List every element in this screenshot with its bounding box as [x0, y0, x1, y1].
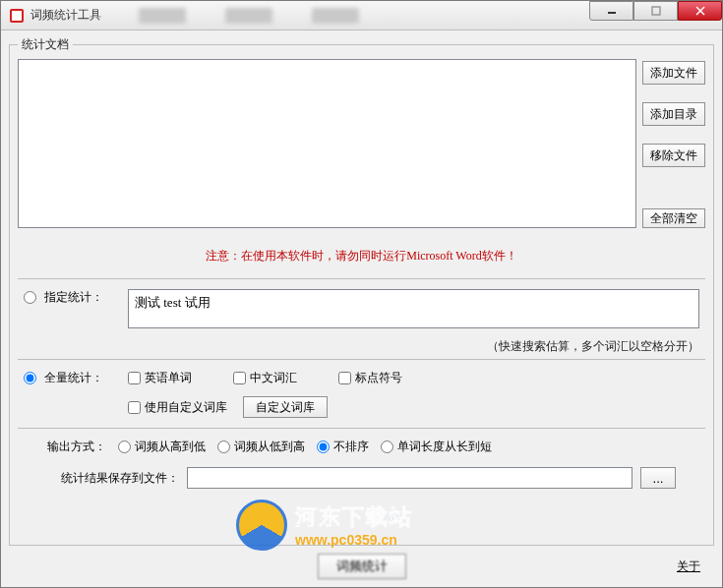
chinese-check-label[interactable]: 中文词汇	[233, 370, 297, 386]
save-path-input[interactable]	[187, 467, 633, 489]
close-button[interactable]	[678, 1, 722, 21]
sort-high-low-label[interactable]: 词频从高到低	[118, 439, 206, 455]
punct-check-label[interactable]: 标点符号	[338, 370, 402, 386]
full-check-row: 英语单词 中文词汇 标点符号	[128, 370, 402, 386]
main-fieldset: 统计文档 添加文件 添加目录 移除文件 全部清空 注意：在使用本软件时，请勿同时…	[9, 36, 714, 546]
document-button-column: 添加文件 添加目录 移除文件 全部清空	[642, 59, 705, 228]
remove-file-button[interactable]: 移除文件	[642, 144, 705, 167]
use-custom-checkbox[interactable]	[128, 401, 141, 414]
specified-label-text: 指定统计：	[44, 289, 103, 306]
app-window: 词频统计工具 统计文档 添加文件 添加目录 移除文件	[0, 0, 723, 588]
window-controls	[589, 1, 722, 21]
punct-checkbox[interactable]	[338, 372, 351, 384]
about-link[interactable]: 关于	[677, 559, 700, 575]
divider	[18, 278, 705, 279]
custom-dict-row: 使用自定义词库 自定义词库	[128, 396, 328, 418]
specified-stats-section: 指定统计： 测试 test 试用	[18, 283, 705, 334]
maximize-icon	[651, 6, 661, 16]
sort-len-radio[interactable]	[381, 441, 393, 453]
window-title: 词频统计工具	[30, 7, 101, 24]
add-directory-button[interactable]: 添加目录	[642, 102, 705, 126]
run-button[interactable]: 词频统计	[318, 554, 406, 579]
output-mode-row: 输出方式： 词频从高到低 词频从低到高 不排序 单词长度从长到短	[18, 433, 705, 461]
specified-radio[interactable]	[24, 291, 36, 304]
full-stats-row2: 使用自定义词库 自定义词库	[24, 386, 699, 418]
sort-low-high-radio[interactable]	[217, 441, 230, 453]
use-custom-check-label[interactable]: 使用自定义词库	[128, 399, 227, 416]
titlebar-blur-area	[139, 8, 359, 24]
sort-none-radio[interactable]	[317, 441, 330, 453]
maximize-button[interactable]	[633, 1, 678, 21]
document-list[interactable]	[18, 59, 636, 228]
minimize-button[interactable]	[589, 1, 633, 21]
english-checkbox[interactable]	[128, 372, 141, 384]
body-area: 统计文档 添加文件 添加目录 移除文件 全部清空 注意：在使用本软件时，请勿同时…	[1, 30, 722, 587]
sort-low-high-label[interactable]: 词频从低到高	[217, 439, 305, 455]
save-label: 统计结果保存到文件：	[61, 470, 179, 487]
output-label: 输出方式：	[47, 439, 106, 455]
warning-text: 注意：在使用本软件时，请勿同时运行Microsoft Word软件！	[18, 228, 705, 274]
chinese-checkbox[interactable]	[233, 372, 246, 384]
specified-radio-label[interactable]: 指定统计：	[24, 289, 110, 306]
close-icon	[695, 6, 705, 16]
full-label-text: 全量统计：	[44, 370, 103, 386]
divider	[18, 359, 705, 360]
clear-all-button[interactable]: 全部清空	[642, 208, 705, 228]
minimize-icon	[607, 6, 617, 16]
full-radio[interactable]	[24, 372, 36, 384]
add-file-button[interactable]: 添加文件	[642, 61, 705, 85]
footer: 词频统计 关于	[9, 546, 714, 583]
browse-button[interactable]: ...	[640, 467, 676, 489]
specified-hint: （快速搜索估算，多个词汇以空格分开）	[18, 334, 705, 355]
english-check-label[interactable]: 英语单词	[128, 370, 192, 386]
titlebar: 词频统计工具	[1, 1, 722, 30]
custom-dict-button[interactable]: 自定义词库	[243, 396, 328, 418]
specified-textarea[interactable]: 测试 test 试用	[128, 289, 699, 328]
sort-high-low-radio[interactable]	[118, 441, 131, 453]
full-radio-label[interactable]: 全量统计：	[24, 370, 110, 386]
svg-rect-3	[652, 7, 660, 15]
svg-rect-1	[12, 11, 22, 21]
document-row: 添加文件 添加目录 移除文件 全部清空	[18, 59, 705, 228]
save-row: 统计结果保存到文件： ...	[18, 461, 705, 495]
fieldset-legend: 统计文档	[18, 36, 73, 53]
sort-len-label[interactable]: 单词长度从长到短	[381, 439, 492, 455]
divider	[18, 428, 705, 429]
full-stats-row1: 全量统计： 英语单词 中文词汇 标点符号	[24, 370, 699, 386]
full-stats-section: 全量统计： 英语单词 中文词汇 标点符号 使用自定义词库 自定义词库	[18, 364, 705, 424]
app-icon	[9, 8, 25, 24]
sort-none-label[interactable]: 不排序	[317, 439, 369, 455]
